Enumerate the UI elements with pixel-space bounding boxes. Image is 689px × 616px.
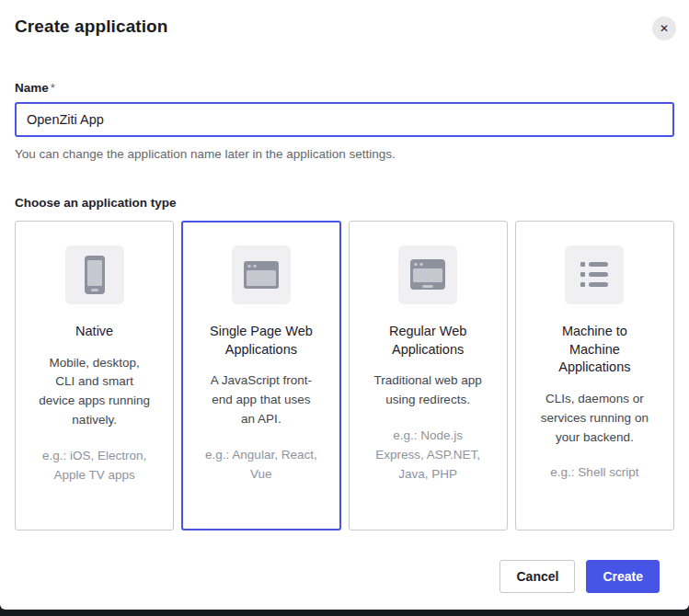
cancel-button[interactable]: Cancel bbox=[500, 560, 575, 593]
application-type-cards: Native Mobile, desktop, CLI and smart de… bbox=[15, 221, 674, 530]
app-type-card-spa[interactable]: Single Page Web Applications A JavaScrip… bbox=[181, 221, 340, 530]
app-type-description: A JavaScript front-end app that uses an … bbox=[205, 371, 317, 429]
app-type-card-native[interactable]: Native Mobile, desktop, CLI and smart de… bbox=[15, 221, 174, 530]
modal-title: Create application bbox=[15, 17, 168, 37]
app-type-example: e.g.: Node.js Express, ASP.NET, Java, PH… bbox=[367, 427, 488, 485]
modal-footer: Cancel Create bbox=[15, 530, 674, 593]
app-type-title: Single Page Web Applications bbox=[210, 323, 313, 359]
form-area: Name* You can change the application nam… bbox=[0, 81, 689, 593]
app-type-description: CLIs, daemons or services running on you… bbox=[538, 390, 650, 448]
app-type-title: Regular Web Applications bbox=[376, 323, 479, 359]
application-name-input[interactable] bbox=[15, 102, 674, 137]
create-application-modal: Create application ✕ Name* You can chang… bbox=[0, 0, 689, 610]
application-type-label: Choose an application type bbox=[15, 196, 674, 210]
app-type-card-machine-to-machine[interactable]: Machine to Machine Applications CLIs, da… bbox=[515, 221, 674, 530]
create-button[interactable]: Create bbox=[586, 560, 660, 593]
web-server-window-icon bbox=[398, 245, 457, 304]
required-asterisk: * bbox=[51, 81, 55, 95]
name-help-text: You can change the application name late… bbox=[15, 147, 674, 161]
app-type-example: e.g.: Angular, React, Vue bbox=[201, 446, 322, 485]
close-button[interactable]: ✕ bbox=[652, 17, 676, 40]
close-icon: ✕ bbox=[660, 23, 669, 34]
app-type-title: Machine to Machine Applications bbox=[543, 323, 646, 377]
name-label: Name* bbox=[15, 81, 674, 95]
app-type-title: Native bbox=[43, 323, 146, 341]
browser-window-icon bbox=[232, 245, 291, 304]
list-rows-icon bbox=[565, 245, 624, 304]
app-type-description: Mobile, desktop, CLI and smart device ap… bbox=[39, 354, 151, 431]
app-type-example: e.g.: iOS, Electron, Apple TV apps bbox=[34, 447, 155, 485]
modal-header: Create application ✕ bbox=[0, 0, 689, 40]
smartphone-icon bbox=[65, 245, 124, 304]
app-type-description: Traditional web app using redirects. bbox=[372, 371, 484, 410]
app-type-card-regular-web[interactable]: Regular Web Applications Traditional web… bbox=[349, 221, 508, 530]
page-background-edge bbox=[0, 610, 689, 616]
app-type-example: e.g.: Shell script bbox=[534, 463, 655, 483]
